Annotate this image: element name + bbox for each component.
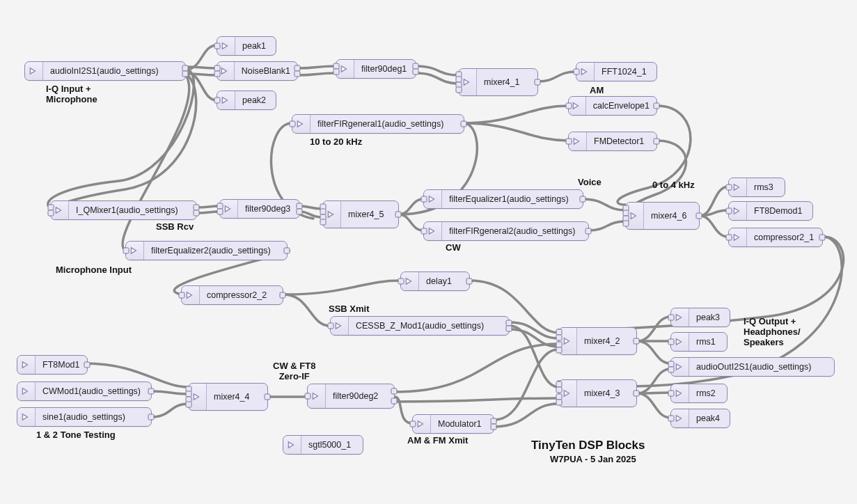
node-label: compressor2_2	[200, 286, 274, 304]
node-label: rms3	[747, 178, 780, 196]
node-ft8mod[interactable]: FT8Mod1	[17, 355, 88, 375]
node-sine1[interactable]: sine1(audio_settings)	[17, 407, 152, 427]
node-iqmixer[interactable]: I_QMixer1(audio_settings)	[50, 200, 197, 220]
node-cessb[interactable]: CESSB_Z_Mod1(audio_settings)	[330, 316, 510, 336]
node-compressor22[interactable]: compressor2_2	[181, 285, 283, 305]
annot-mic-in: Microphone Input	[56, 265, 132, 275]
diagram-canvas[interactable]: .w { fill:none; stroke:#888; stroke-widt…	[0, 0, 857, 504]
node-mixer4_4[interactable]: mixer4_4	[188, 383, 268, 411]
node-label: filterEqualizer2(audio_settings)	[144, 242, 278, 260]
node-peak2[interactable]: peak2	[217, 90, 276, 110]
node-label: calcEnvelope1	[586, 97, 656, 115]
node-label: FFT1024_1	[595, 63, 654, 81]
node-label: NoiseBlank1	[235, 62, 297, 80]
node-peak4[interactable]: peak4	[670, 409, 730, 428]
annot-iq-in: I-Q Input + Microphone	[46, 84, 97, 104]
node-label: I_QMixer1(audio_settings)	[69, 201, 185, 219]
node-label: mixer4_2	[577, 328, 627, 354]
node-label: Modulator1	[431, 415, 489, 433]
node-label: peak2	[235, 91, 273, 109]
node-filter90deg1[interactable]: filter90deg1	[336, 59, 416, 79]
node-label: mixer4_5	[341, 201, 391, 228]
node-label: peak1	[235, 37, 273, 55]
node-fft[interactable]: FFT1024_1	[576, 62, 657, 81]
annot-tone12: 1 & 2 Tone Testing	[36, 430, 116, 440]
node-label: rms2	[689, 384, 723, 402]
node-delay1[interactable]: delay1	[400, 271, 470, 291]
node-label: filterFIRgeneral2(audio_settings)	[442, 222, 582, 240]
diagram-title: TinyTen DSP Blocks	[531, 439, 645, 452]
node-label: filterEqualizer1(audio_settings)	[442, 190, 576, 208]
node-audioOut[interactable]: audioOutI2S1(audio_settings)	[670, 357, 835, 377]
annot-ssb-xmit: SSB Xmit	[329, 304, 370, 314]
annot-10to20: 10 to 20 kHz	[310, 136, 362, 147]
node-label: delay1	[419, 272, 459, 290]
annot-voice: Voice	[578, 177, 602, 187]
node-label: sgtl5000_1	[301, 436, 358, 454]
node-calcEnv[interactable]: calcEnvelope1	[568, 96, 657, 116]
node-peak1[interactable]: peak1	[217, 36, 276, 56]
node-peak3[interactable]: peak3	[670, 308, 730, 327]
node-label: peak3	[689, 308, 727, 326]
node-label: FMDetector1	[587, 132, 651, 150]
arrow-icon	[17, 382, 36, 400]
node-label: CWMod1(audio_settings)	[36, 382, 148, 400]
node-label: filter90deg1	[354, 60, 414, 78]
node-label: filter90deg3	[238, 200, 297, 218]
arrow-icon	[25, 62, 43, 80]
annot-am: AM	[590, 85, 604, 95]
node-ft8demod[interactable]: FT8Demod1	[728, 201, 813, 221]
node-label: rms1	[689, 333, 723, 351]
arrow-icon	[17, 408, 36, 426]
node-rms1[interactable]: rms1	[670, 332, 728, 352]
node-modulator1[interactable]: Modulator1	[412, 414, 494, 434]
node-filter90deg3[interactable]: filter90deg3	[219, 199, 300, 219]
node-label: audioInI2S1(audio_settings)	[43, 62, 166, 80]
node-filterEq2[interactable]: filterEqualizer2(audio_settings)	[125, 241, 288, 260]
arrow-icon	[283, 436, 301, 454]
annot-zero4: 0 to 4 kHz	[652, 180, 695, 190]
node-filter90deg2[interactable]: filter90deg2	[307, 384, 395, 409]
diagram-subtitle: W7PUA - 5 Jan 2025	[550, 454, 636, 464]
annot-cw: CW	[446, 242, 461, 253]
node-label: mixer4_4	[207, 384, 256, 410]
node-label: filterFIRgeneral1(audio_settings)	[310, 115, 450, 133]
node-label: compressor2_1	[747, 228, 821, 246]
node-mixer4_3[interactable]: mixer4_3	[558, 379, 637, 407]
node-label: mixer4_1	[477, 69, 526, 95]
annot-iq-out: I-Q Output + Headphones/ Speakers	[744, 316, 801, 347]
node-noiseblank[interactable]: NoiseBlank1	[217, 61, 298, 81]
node-filterFIR2[interactable]: filterFIRgeneral2(audio_settings)	[423, 221, 589, 241]
node-label: mixer4_6	[644, 203, 693, 229]
annot-cw-ft8: CW & FT8 Zero-IF	[273, 361, 315, 381]
node-mixer4_5[interactable]: mixer4_5	[322, 200, 399, 228]
node-label: sine1(audio_settings)	[36, 408, 132, 426]
node-label: audioOutI2S1(audio_settings)	[689, 358, 818, 376]
node-filterEq1[interactable]: filterEqualizer1(audio_settings)	[423, 189, 583, 209]
arrow-icon	[17, 356, 36, 374]
node-compressor21[interactable]: compressor2_1	[728, 228, 823, 247]
node-label: FT8Mod1	[36, 356, 87, 374]
annot-ssb-rcv: SSB Rcv	[156, 221, 194, 232]
node-label: CESSB_Z_Mod1(audio_settings)	[349, 317, 491, 335]
node-audioIn[interactable]: audioInI2S1(audio_settings)	[24, 61, 186, 81]
node-mixer4_6[interactable]: mixer4_6	[625, 202, 700, 230]
node-label: filter90deg2	[326, 384, 385, 408]
node-fmdet[interactable]: FMDetector1	[568, 132, 657, 151]
node-rms3[interactable]: rms3	[728, 178, 785, 197]
node-mixer4_2[interactable]: mixer4_2	[558, 327, 637, 355]
node-label: mixer4_3	[577, 380, 627, 407]
node-cwmod[interactable]: CWMod1(audio_settings)	[17, 381, 152, 401]
node-sgtl[interactable]: sgtl5000_1	[283, 435, 363, 455]
node-label: peak4	[689, 409, 727, 427]
node-mixer4_1[interactable]: mixer4_1	[458, 68, 538, 96]
annot-amfm-xmit: AM & FM Xmit	[407, 435, 468, 446]
node-rms2[interactable]: rms2	[670, 384, 728, 403]
node-filterFIR1[interactable]: filterFIRgeneral1(audio_settings)	[292, 114, 464, 134]
node-label: FT8Demod1	[747, 202, 809, 220]
